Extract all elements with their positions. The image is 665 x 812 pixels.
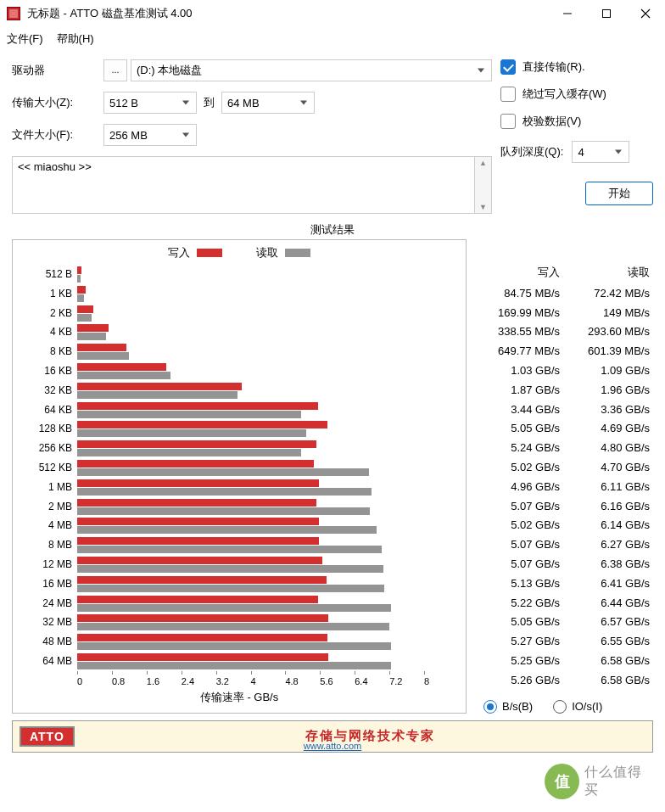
bar-read — [77, 391, 238, 399]
cell-write: 4.96 GB/s — [473, 480, 563, 493]
bar-label: 16 MB — [13, 578, 72, 590]
bar-label: 8 KB — [13, 345, 72, 357]
cell-read: 1.09 GB/s — [563, 364, 653, 377]
footer-banner: ATTO 存储与网络技术专家 www.atto.com — [12, 720, 653, 753]
browse-button[interactable]: ... — [103, 59, 127, 81]
table-row: 338.55 MB/s293.60 MB/s — [473, 322, 653, 342]
x-tick: 1.6 — [147, 676, 182, 686]
bar-read — [77, 294, 84, 302]
bar-row: 256 KB — [77, 440, 459, 459]
cell-read: 601.39 MB/s — [563, 344, 653, 357]
transfer-size-from-select[interactable]: 512 B — [103, 92, 197, 114]
cell-read: 6.41 GB/s — [563, 577, 653, 590]
bypass-cache-checkbox[interactable] — [500, 87, 516, 102]
bar-row: 16 MB — [77, 575, 459, 595]
cell-read: 293.60 MB/s — [563, 325, 653, 338]
radio-ios[interactable]: IO/s(I) — [553, 700, 602, 714]
bar-row: 1 MB — [77, 479, 459, 498]
x-tick: 0 — [77, 676, 112, 686]
x-axis-label: 传输速率 - GB/s — [13, 686, 466, 710]
bar-read — [77, 275, 81, 283]
table-row: 84.75 MB/s72.42 MB/s — [473, 283, 653, 303]
verify-checkbox[interactable] — [500, 114, 516, 129]
radio-ios-indicator — [553, 700, 567, 714]
cell-read: 6.58 GB/s — [563, 674, 653, 686]
bar-row: 64 MB — [77, 652, 459, 672]
bar-row: 8 KB — [77, 343, 459, 362]
table-row: 5.05 GB/s6.57 GB/s — [473, 613, 653, 632]
start-button[interactable]: 开始 — [585, 182, 653, 205]
bar-label: 1 KB — [13, 288, 72, 300]
cell-write: 5.05 GB/s — [473, 422, 563, 434]
bar-label: 32 KB — [13, 384, 72, 396]
bar-label: 4 KB — [13, 326, 72, 338]
minimize-button[interactable] — [548, 0, 587, 27]
cell-read: 6.14 GB/s — [563, 518, 653, 531]
label-direct-io: 直接传输(R). — [522, 59, 585, 75]
description-textarea[interactable]: << miaoshu >> — [12, 156, 475, 214]
cell-write: 1.03 GB/s — [473, 364, 563, 377]
bar-label: 48 MB — [13, 636, 72, 647]
label-verify: 校验数据(V) — [522, 114, 581, 129]
close-button[interactable] — [626, 0, 665, 27]
bar-write — [77, 305, 93, 313]
bar-write — [77, 363, 166, 371]
description-scrollbar[interactable]: ▲▼ — [475, 156, 492, 214]
bar-row: 32 MB — [77, 613, 459, 633]
bar-label: 512 B — [13, 268, 72, 280]
maximize-button[interactable] — [587, 0, 626, 27]
cell-write: 338.55 MB/s — [473, 325, 563, 338]
table-row: 5.07 GB/s6.27 GB/s — [473, 535, 653, 554]
bar-row: 12 MB — [77, 556, 459, 575]
queue-depth-select[interactable]: 4 — [572, 141, 629, 163]
x-tick: 7.2 — [389, 676, 424, 686]
scroll-up-icon: ▲ — [479, 159, 487, 167]
cell-write: 84.75 MB/s — [473, 287, 563, 300]
bar-read — [77, 449, 301, 456]
table-row: 5.24 GB/s4.80 GB/s — [473, 438, 653, 457]
cell-write: 5.05 GB/s — [473, 615, 563, 628]
atto-logo: ATTO — [20, 726, 75, 747]
window-title: 无标题 - ATTO 磁盘基准测试 4.00 — [27, 6, 548, 21]
bar-write — [77, 557, 322, 564]
bar-write — [77, 653, 328, 661]
bar-write — [77, 324, 109, 332]
bar-read — [77, 488, 372, 496]
cell-read: 6.11 GB/s — [563, 480, 653, 493]
transfer-size-to-select[interactable]: 64 MB — [221, 92, 315, 114]
bar-write — [77, 286, 86, 294]
bar-label: 16 KB — [13, 365, 72, 377]
bar-read — [77, 352, 129, 360]
label-file-size: 文件大小(F): — [12, 127, 103, 143]
table-row: 5.26 GB/s6.58 GB/s — [473, 670, 653, 690]
table-row: 5.25 GB/s6.58 GB/s — [473, 651, 653, 670]
label-queue-depth: 队列深度(Q): — [500, 144, 563, 160]
bar-read — [77, 468, 369, 476]
bar-label: 24 MB — [13, 597, 72, 609]
bar-write — [77, 596, 318, 603]
bar-read — [77, 642, 391, 650]
table-row: 5.13 GB/s6.41 GB/s — [473, 574, 653, 593]
radio-bs[interactable]: B/s(B) — [483, 700, 533, 714]
menu-help[interactable]: 帮助(H) — [57, 31, 94, 47]
bar-label: 128 KB — [13, 423, 72, 434]
file-size-select[interactable]: 256 MB — [103, 124, 197, 146]
x-tick: 4.8 — [285, 676, 320, 686]
table-row: 4.96 GB/s6.11 GB/s — [473, 477, 653, 496]
table-row: 5.22 GB/s6.44 GB/s — [473, 593, 653, 613]
label-transfer-size: 传输大小(Z): — [12, 95, 103, 110]
bar-row: 16 KB — [77, 362, 459, 382]
table-row: 3.44 GB/s3.36 GB/s — [473, 400, 653, 419]
cell-read: 3.36 GB/s — [563, 403, 653, 416]
bar-row: 64 KB — [77, 401, 459, 421]
cell-read: 6.38 GB/s — [563, 557, 653, 570]
drive-select[interactable]: (D:) 本地磁盘 — [131, 59, 492, 81]
direct-io-checkbox[interactable] — [500, 59, 516, 75]
footer-url[interactable]: www.atto.com — [304, 741, 361, 751]
bar-label: 2 MB — [13, 501, 72, 512]
table-row: 5.02 GB/s4.70 GB/s — [473, 457, 653, 477]
bar-label: 32 MB — [13, 616, 72, 628]
cell-read: 149 MB/s — [563, 306, 653, 319]
bar-write — [77, 402, 318, 410]
menu-file[interactable]: 文件(F) — [7, 31, 43, 47]
